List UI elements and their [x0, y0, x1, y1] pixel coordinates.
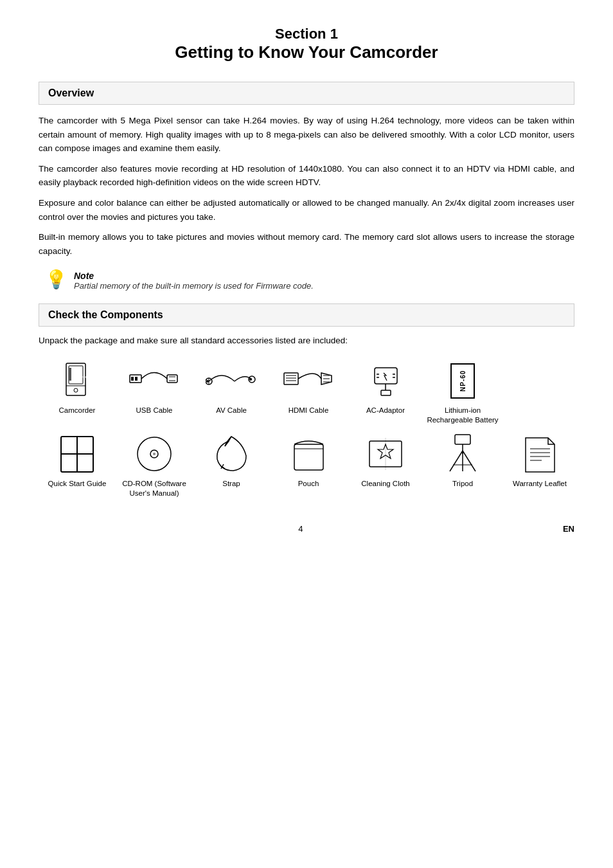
cd-rom-icon [129, 431, 180, 476]
svg-rect-43 [455, 435, 470, 444]
section-title-line1: Section 1 [39, 26, 574, 42]
svg-point-3 [74, 388, 78, 392]
components-row-2: Quick Start Guide CD-ROM (Software User'… [39, 431, 574, 498]
page-footer: 4 EN [39, 524, 574, 534]
svg-point-13 [206, 380, 209, 383]
svg-rect-9 [167, 375, 177, 383]
components-intro: Unpack the package and make sure all sta… [39, 336, 574, 345]
note-box: 💡 Note Partial memory of the built-in me… [45, 271, 574, 291]
pouch-icon [283, 431, 334, 476]
battery-label: Lithium-ion Rechargeable Battery [424, 406, 501, 425]
component-strap: Strap [193, 431, 270, 489]
overview-para-1: The camcorder with 5 Mega Pixel sensor c… [39, 114, 574, 156]
component-camcorder: CAMCORDER Camcorder [39, 358, 116, 415]
svg-rect-17 [284, 373, 298, 384]
component-ac-adaptor: AC-Adaptor [347, 358, 424, 415]
usb-cable-icon [129, 358, 180, 403]
svg-text:CAMCORDER: CAMCORDER [72, 375, 89, 379]
component-cleaning-cloth: Cleaning Cloth [347, 431, 424, 489]
overview-section-header: Overview [39, 82, 574, 105]
component-warranty-leaflet: Warranty Leaflet [501, 431, 578, 489]
av-cable-label: AV Cable [216, 406, 247, 415]
components-title: Check the Components [48, 309, 565, 321]
page-number: 4 [39, 524, 563, 534]
hdmi-cable-label: HDMI Cable [289, 406, 329, 415]
note-text: Partial memory of the built-in memory is… [74, 281, 314, 291]
cd-rom-label: CD-ROM (Software User's Manual) [116, 479, 193, 498]
overview-para-3: Exposure and color balance can either be… [39, 196, 574, 224]
ac-adaptor-icon [360, 358, 411, 403]
cleaning-cloth-icon [360, 431, 411, 476]
svg-rect-4 [69, 368, 71, 381]
hdmi-cable-icon [283, 358, 334, 403]
cleaning-cloth-label: Cleaning Cloth [361, 479, 409, 489]
tripod-label: Tripod [452, 479, 473, 489]
battery-icon: NP-60 [437, 358, 488, 403]
strap-icon [206, 431, 257, 476]
component-battery: NP-60 Lithium-ion Rechargeable Battery [424, 358, 501, 425]
tripod-icon [437, 431, 488, 476]
warranty-leaflet-label: Warranty Leaflet [513, 479, 567, 489]
svg-rect-27 [381, 390, 391, 395]
overview-title: Overview [48, 87, 565, 99]
ac-adaptor-label: AC-Adaptor [366, 406, 405, 415]
camcorder-icon: CAMCORDER [51, 358, 103, 403]
svg-marker-49 [526, 438, 555, 472]
strap-label: Strap [222, 479, 240, 489]
note-icon: 💡 [45, 271, 67, 289]
component-usb-cable: USB Cable [116, 358, 193, 415]
svg-rect-7 [131, 377, 134, 381]
page-header: Section 1 Getting to Know Your Camcorder [39, 26, 574, 62]
component-tripod: Tripod [424, 431, 501, 489]
quick-start-guide-icon [51, 431, 103, 476]
component-quick-start-guide: Quick Start Guide [39, 431, 116, 489]
components-row-1: CAMCORDER Camcorder USB Cable [39, 358, 574, 425]
svg-rect-8 [135, 377, 138, 381]
svg-point-37 [153, 453, 155, 455]
language-indicator: EN [563, 524, 574, 534]
section-title-line2: Getting to Know Your Camcorder [39, 42, 574, 62]
overview-para-2: The camcorder also features movie record… [39, 162, 574, 190]
note-title: Note [74, 271, 314, 281]
note-content: Note Partial memory of the built-in memo… [74, 271, 314, 291]
camcorder-label: Camcorder [59, 406, 96, 415]
component-hdmi-cable: HDMI Cable [270, 358, 347, 415]
component-pouch: Pouch [270, 431, 347, 489]
overview-content: The camcorder with 5 Mega Pixel sensor c… [39, 114, 574, 258]
usb-cable-label: USB Cable [136, 406, 173, 415]
warranty-leaflet-icon [514, 431, 565, 476]
av-cable-icon [206, 358, 257, 403]
component-cd-rom: CD-ROM (Software User's Manual) [116, 431, 193, 498]
pouch-label: Pouch [298, 479, 319, 489]
component-av-cable: AV Cable [193, 358, 270, 415]
svg-line-45 [450, 451, 463, 471]
components-section-header: Check the Components [39, 303, 574, 327]
overview-para-4: Built-in memory allows you to take pictu… [39, 230, 574, 258]
svg-line-46 [463, 451, 475, 471]
svg-point-16 [249, 378, 252, 381]
svg-rect-39 [294, 444, 323, 470]
quick-start-guide-label: Quick Start Guide [48, 479, 107, 489]
